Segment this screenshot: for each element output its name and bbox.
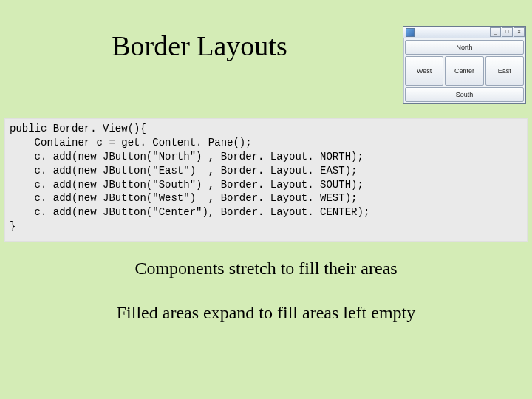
titlebar-left [404, 28, 415, 37]
minimize-button[interactable]: _ [490, 27, 501, 37]
south-button[interactable]: South [405, 87, 524, 102]
center-button[interactable]: Center [445, 56, 483, 86]
slide-title: Border Layouts [0, 30, 399, 62]
border-layout-grid: North West Center East South [403, 38, 525, 103]
body-line-2: Filled areas expand to fill areas left e… [0, 303, 532, 323]
close-button[interactable]: × [514, 27, 525, 37]
demo-window: _ □ × North West Center East South [403, 26, 526, 104]
east-button[interactable]: East [485, 56, 524, 86]
app-icon [406, 28, 415, 37]
west-button[interactable]: West [405, 56, 443, 86]
body-line-1: Components stretch to fill their areas [0, 259, 532, 279]
code-block: public Border. View(){ Container c = get… [4, 118, 528, 242]
window-controls: _ □ × [490, 27, 525, 37]
slide: Border Layouts _ □ × North West Center E… [0, 0, 532, 399]
demo-window-titlebar: _ □ × [403, 27, 525, 38]
north-button[interactable]: North [405, 40, 524, 55]
maximize-button[interactable]: □ [502, 27, 513, 37]
